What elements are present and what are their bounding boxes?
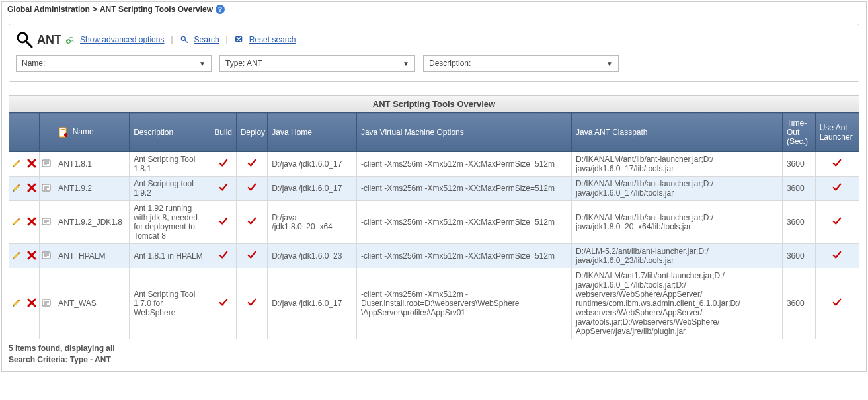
cell-java-home: D:/java /jdk1.6.0_17 [268,152,357,177]
chevron-down-icon: ▼ [199,60,206,67]
filter-row: Name: ▼ Type: ANT ▼ Description: ▼ [16,55,852,72]
cell-timeout: 3600 [782,268,815,339]
checkmark-icon [832,298,842,307]
cell-launcher [815,201,859,244]
edit-icon[interactable] [12,159,21,168]
cell-java-home: D:/java /jdk1.8.0_20_x64 [268,201,357,244]
col-classpath[interactable]: Java ANT Classpath [572,113,783,152]
search-icon [16,31,33,48]
footer-info: 5 items found, displaying all Search Cri… [9,343,859,366]
breadcrumb-page: ANT Scripting Tools Overview [100,5,213,14]
search-header: ANT Show advanced options | Search | Res… [16,31,852,48]
cell-name: ANT1.9.2_JDK1.8 [54,201,130,244]
help-icon[interactable] [216,5,225,14]
cell-jvm-options: -client -Xms256m -Xmx512m -Duser.install… [356,268,571,339]
table-row: ANT_HPALMAnt 1.8.1 in HPALMD:/java /jdk1… [9,244,859,268]
checkmark-icon [247,298,256,307]
cell-jvm-options: -client -Xms256m -Xmx512m -XX:MaxPermSiz… [356,244,571,268]
cell-java-home: D:/java /jdk1.6.0_17 [268,268,357,339]
delete-icon[interactable] [27,159,36,168]
checkmark-icon [219,183,228,192]
cell-deploy [236,201,268,244]
cell-timeout: 3600 [782,244,815,268]
col-java-home[interactable]: Java Home [268,113,357,152]
checkmark-icon [219,217,228,226]
checkmark-icon [247,159,256,168]
cell-classpath: D:/ALM-5.2/ant/lib/ant-launcher.jar;D:/ … [572,244,783,268]
cell-build [210,152,236,177]
cell-name: ANT1.8.1 [54,152,130,177]
cell-launcher [815,268,859,339]
reset-icon [235,36,244,44]
footer-criteria: Search Criteria: Type - ANT [9,354,859,366]
cell-deploy [236,244,268,268]
checkmark-icon [247,183,256,192]
checkmark-icon [832,183,842,192]
checkmark-icon [247,217,256,226]
edit-icon[interactable] [12,183,21,192]
breadcrumb-root[interactable]: Global Administration [7,5,90,14]
cell-deploy [236,152,268,177]
history-icon[interactable] [42,298,51,307]
history-icon[interactable] [42,183,51,192]
delete-icon[interactable] [27,217,36,226]
cell-jvm-options: -client -Xms256m -Xmx512m -XX:MaxPermSiz… [356,152,571,177]
delete-icon[interactable] [27,251,36,260]
cell-timeout: 3600 [782,177,815,201]
cell-java-home: D:/java /jdk1.6.0_23 [268,244,357,268]
cell-jvm-options: -client -Xms256m -Xmx512m -XX:MaxPermSiz… [356,201,571,244]
cell-launcher [815,152,859,177]
edit-icon[interactable] [12,251,21,260]
cell-jvm-options: -client -Xms256m -Xmx512m -XX:MaxPermSiz… [356,177,571,201]
reset-search-link[interactable]: Reset search [249,35,296,44]
col-description[interactable]: Description [130,113,210,152]
checkmark-icon [219,251,228,260]
page-container: Global Administration > ANT Scripting To… [1,1,867,372]
cell-name: ANT1.9.2 [54,177,130,201]
checkmark-icon [832,251,842,260]
cell-name: ANT_HPALM [54,244,130,268]
filter-type[interactable]: Type: ANT ▼ [219,55,415,72]
chevron-down-icon: ▼ [606,60,613,67]
col-history [39,113,54,152]
table-row: ANT1.9.2_JDK1.8Ant 1.92 running with jdk… [9,201,859,244]
cell-launcher [815,244,859,268]
cell-description: Ant Scripting Tool 1.8.1 [130,152,210,177]
cell-description: Ant Scripting tool 1.9.2 [130,177,210,201]
edit-icon[interactable] [12,298,21,307]
checkmark-icon [832,159,842,168]
col-timeout[interactable]: Time-Out (Sec.) [782,113,815,152]
col-jvm-options[interactable]: Java Virtual Machine Options [356,113,571,152]
table-container: ANT Scripting Tools Overview Name Descri… [9,95,859,339]
history-icon[interactable] [42,251,51,260]
cell-name: ANT_WAS [54,268,130,339]
filter-name[interactable]: Name: ▼ [16,55,212,72]
cell-java-home: D:/java /jdk1.6.0_17 [268,177,357,201]
col-edit [9,113,24,152]
table-row: ANT1.9.2Ant Scripting tool 1.9.2D:/java … [9,177,859,201]
filter-description[interactable]: Description: ▼ [423,55,619,72]
chevron-down-icon: ▼ [403,60,409,67]
delete-icon[interactable] [27,183,36,192]
data-table: Name Description Build Deploy Java Home … [9,112,859,339]
header-row: Name Description Build Deploy Java Home … [9,113,859,152]
breadcrumb: Global Administration > ANT Scripting To… [2,2,866,17]
cell-classpath: D:/IKANALM/ant/lib/ant-launcher.jar;D:/ … [572,152,783,177]
col-launcher[interactable]: Use Ant Launcher [815,113,859,152]
delete-icon[interactable] [27,298,36,307]
col-name[interactable]: Name [54,113,130,152]
table-row: ANT_WASAnt Scripting Tool 1.7.0 for WebS… [9,268,859,339]
plus-icon[interactable] [65,36,75,44]
footer-count: 5 items found, displaying all [9,343,859,354]
history-icon[interactable] [42,159,51,168]
show-advanced-link[interactable]: Show advanced options [80,35,164,44]
cell-timeout: 3600 [782,201,815,244]
cell-classpath: D:/IKANALM/ant/lib/ant-launcher.jar;D:/ … [572,201,783,244]
search-link[interactable]: Search [194,35,219,44]
checkmark-icon [832,217,842,226]
checkmark-icon [219,298,228,307]
col-build[interactable]: Build [210,113,236,152]
col-deploy[interactable]: Deploy [236,113,268,152]
edit-icon[interactable] [12,217,21,226]
history-icon[interactable] [42,217,51,226]
